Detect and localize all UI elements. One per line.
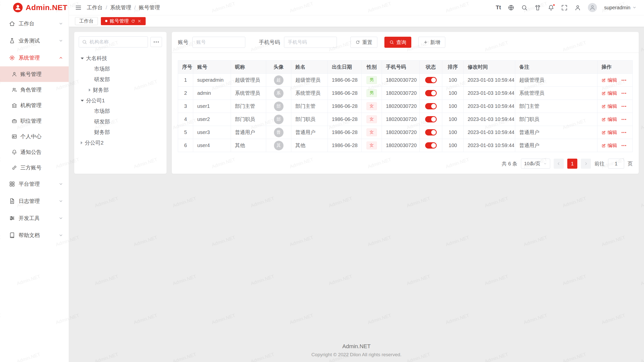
reset-button[interactable]: 重置 [350,37,377,48]
sidebar-item-workbench[interactable]: 工作台 [0,15,69,32]
account-filter-input[interactable] [192,37,245,48]
sidebar-item-role-manage[interactable]: 角色管理 [0,82,69,98]
font-size-icon[interactable]: Tt [496,4,501,11]
tree-node[interactable]: 市场部 [79,106,162,116]
user-outline-icon[interactable] [575,5,581,11]
edit-button[interactable]: 编辑 [601,116,617,123]
edit-button[interactable]: 编辑 [601,90,617,97]
more-actions-button[interactable] [622,93,626,94]
sidebar-item-log-manage[interactable]: 日志管理 [0,193,69,210]
close-icon[interactable] [137,19,141,23]
cell-status [420,74,442,87]
edit-button[interactable]: 编辑 [601,77,617,83]
next-page-button[interactable] [581,159,591,169]
notification-bell-icon[interactable] [548,5,554,11]
sidebar-item-third-party-account[interactable]: 三方账号 [0,160,69,175]
tree-node[interactable]: 研发部 [79,116,162,127]
tab-workbench[interactable]: 工作台 [75,17,98,25]
caret-right-icon[interactable] [81,141,83,144]
edit-button[interactable]: 编辑 [601,129,617,136]
tree-node[interactable]: 财务部 [79,85,162,95]
sidebar-item-help-docs[interactable]: 帮助文档 [0,227,69,244]
more-actions-button[interactable] [622,80,626,81]
sidebar-item-label: 平台管理 [19,180,40,188]
cell-gender: 女 [362,113,382,126]
caret-down-icon[interactable] [81,58,84,59]
sidebar-item-notice[interactable]: 通知公告 [0,144,69,160]
search-icon[interactable] [521,5,528,11]
cell-avatar: 部 [266,113,291,126]
caret-right-icon[interactable] [89,88,91,92]
gender-tag: 男 [367,76,377,84]
theme-icon[interactable] [535,5,541,11]
chevron-down-icon [59,216,63,220]
sidebar-item-platform-manage[interactable]: 平台管理 [0,175,69,193]
more-actions-button[interactable] [622,132,626,133]
more-actions-button[interactable] [622,119,626,120]
tree-node[interactable]: 分公司1 [79,95,162,106]
cell-nickname: 系统管理员 [231,87,266,100]
grid-icon [9,181,15,187]
cell-index: 5 [178,126,193,139]
bank-icon [12,103,17,108]
org-search-input[interactable] [79,36,148,48]
tree-node-label: 分公司2 [85,139,104,146]
current-page-button[interactable]: 1 [567,159,577,169]
goto-page-input[interactable] [608,159,624,169]
tree-node[interactable]: 大名科技 [79,53,162,64]
sidebar-item-position-manage[interactable]: 职位管理 [0,113,69,129]
tree-node[interactable]: 分公司2 [79,138,162,148]
tree-node[interactable]: 研发部 [79,74,162,85]
menu-toggle-icon[interactable] [75,4,82,11]
cell-avatar: 超 [266,74,291,87]
edit-icon [601,117,606,122]
edit-button[interactable]: 编辑 [601,142,617,149]
tab-account-manage[interactable]: 账号管理 [101,17,146,25]
more-actions-button[interactable] [622,145,626,146]
status-toggle[interactable] [425,129,437,135]
status-toggle[interactable] [425,142,437,149]
tree-node-label: 财务部 [93,86,109,94]
tree-node[interactable]: 市场部 [79,64,162,74]
sidebar-item-org-manage[interactable]: 机构管理 [0,98,69,113]
query-button[interactable]: 查询 [384,37,411,48]
edit-button[interactable]: 编辑 [601,103,617,110]
app-logo: Admin.NET [0,0,69,15]
user-menu[interactable]: superadmin [604,5,636,11]
edit-icon [601,78,606,82]
caret-down-icon[interactable] [81,100,84,102]
id-card-icon [12,134,17,139]
sidebar-item-system-manage[interactable]: 系统管理 [0,49,69,66]
status-toggle[interactable] [425,77,437,83]
sidebar-item-label: 通知公告 [20,149,42,156]
phone-filter-input[interactable] [284,37,337,48]
sidebar-item-business-test[interactable]: 业务测试 [0,32,69,49]
sidebar-item-account-manage[interactable]: 账号管理 [0,66,69,82]
breadcrumb-item[interactable]: 工作台 [87,4,103,11]
fullscreen-icon[interactable] [561,5,568,11]
cell-phone: 18020030720 [382,139,420,152]
add-button[interactable]: 新增 [418,37,445,48]
refresh-icon [355,40,360,44]
org-more-button[interactable] [150,37,162,47]
sidebar-item-dev-tools[interactable]: 开发工具 [0,210,69,227]
sidebar-item-label: 机构管理 [20,102,42,109]
page-size-select[interactable]: 10条/页 [521,159,550,169]
status-toggle[interactable] [425,90,437,96]
prev-page-button[interactable] [554,159,564,169]
phone-filter-label: 手机号码 [259,39,280,46]
cell-birthday: 1986-06-28 [328,100,362,113]
breadcrumb-item[interactable]: 系统管理 [110,4,131,11]
avatar[interactable] [588,3,597,12]
status-toggle[interactable] [425,116,437,122]
briefcase-icon [12,118,17,124]
status-toggle[interactable] [425,103,437,109]
refresh-icon[interactable] [131,19,135,23]
sidebar-item-personal-center[interactable]: 个人中心 [0,129,69,144]
sidebar-item-label: 系统管理 [19,54,40,61]
goto-suffix: 页 [628,160,633,167]
avatar: 其 [274,141,284,150]
more-actions-button[interactable] [622,106,626,107]
globe-icon[interactable] [508,5,514,11]
tree-node[interactable]: 财务部 [79,127,162,138]
